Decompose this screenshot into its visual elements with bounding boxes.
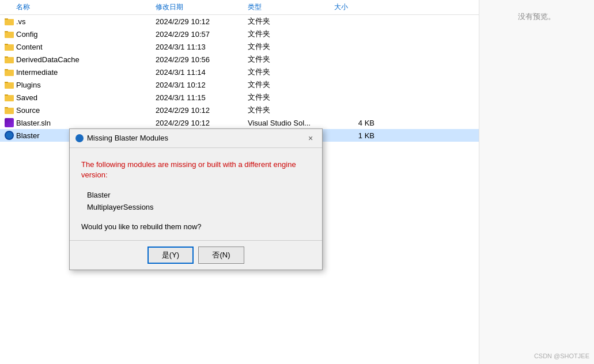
dialog-modules-list: BlasterMultiplayerSessions [87, 189, 311, 214]
dialog-title-text: Missing Blaster Modules [87, 134, 168, 142]
dialog-question: Would you like to rebuild them now? [81, 222, 311, 231]
missing-modules-dialog: Missing Blaster Modules × The following … [69, 128, 323, 271]
dialog-footer: 是(Y) 否(N) [70, 240, 322, 270]
module-item: Blaster [87, 189, 311, 202]
dialog-titlebar: Missing Blaster Modules × [70, 129, 322, 148]
dialog-body-text: The following modules are missing or bui… [81, 160, 296, 179]
dialog-body: The following modules are missing or bui… [70, 148, 322, 241]
dialog-main-text: The following modules are missing or bui… [81, 160, 311, 180]
no-button[interactable]: 否(N) [198, 247, 244, 264]
dialog-title-icon [75, 134, 84, 142]
module-item: MultiplayerSessions [87, 202, 311, 214]
dialog-overlay: Missing Blaster Modules × The following … [0, 0, 594, 364]
dialog-close-button[interactable]: × [305, 132, 316, 144]
yes-button[interactable]: 是(Y) [147, 247, 194, 264]
dialog-title-left: Missing Blaster Modules [75, 134, 168, 142]
